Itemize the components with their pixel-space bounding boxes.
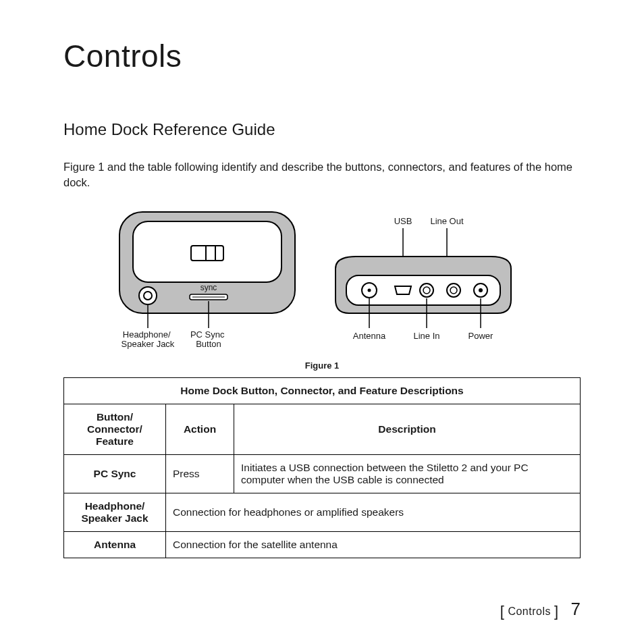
headphone-label: Headphone/ Speaker Jack [122,329,175,349]
page-footer: [ Controls ] 7 [500,599,581,620]
row-desc: Initiates a USB connection between the S… [234,455,581,493]
section-heading: Home Dock Reference Guide [63,120,581,139]
page-title: Controls [63,38,581,74]
antenna-label: Antenna [353,331,386,341]
row-action: Press [166,455,234,493]
table-row: PC Sync Press Initiates a USB connection… [64,455,581,493]
lineout-label: Line Out [430,216,464,226]
row-name: Antenna [64,532,166,558]
table-header-description: Description [234,404,581,455]
manual-page: Controls Home Dock Reference Guide Figur… [0,0,644,644]
feature-table: Home Dock Button, Connector, and Feature… [63,377,581,558]
row-desc: Connection for headphones or amplified s… [166,493,581,532]
svg-point-4 [139,287,157,304]
sync-label-text: sync [200,283,217,292]
usb-port-icon [395,286,411,294]
row-desc: Connection for the satellite antenna [166,532,581,558]
usb-label: USB [394,216,412,226]
dock-front-view: sync Headphone/ Speaker Jack PC Sync But… [119,212,295,349]
table-title: Home Dock Button, Connector, and Feature… [64,378,581,404]
table-row: Headphone/ Speaker Jack Connection for h… [64,493,581,532]
pc-sync-button-icon [190,294,227,300]
page-number: 7 [571,599,581,620]
headphone-jack-icon [139,287,157,304]
linein-label: Line In [413,331,439,341]
dock-back-view: USB Line Out [336,216,511,341]
svg-rect-1 [133,221,281,282]
row-name: Headphone/ Speaker Jack [64,493,166,532]
svg-point-16 [479,288,483,292]
row-name: PC Sync [64,455,166,493]
svg-point-10 [368,289,371,292]
figure-1: sync Headphone/ Speaker Jack PC Sync But… [106,208,538,356]
table-row: Antenna Connection for the satellite ant… [64,532,581,558]
pcsync-label: PC Sync Button [190,329,227,349]
table-header-feature: Button/ Connector/ Feature [64,404,166,455]
power-label: Power [468,331,494,341]
table-header-action: Action [166,404,234,455]
dock-diagram: sync Headphone/ Speaker Jack PC Sync But… [106,208,538,356]
figure-caption: Figure 1 [63,360,581,371]
intro-paragraph: Figure 1 and the table following identif… [63,159,581,190]
footer-breadcrumb: [ Controls ] [500,601,559,619]
